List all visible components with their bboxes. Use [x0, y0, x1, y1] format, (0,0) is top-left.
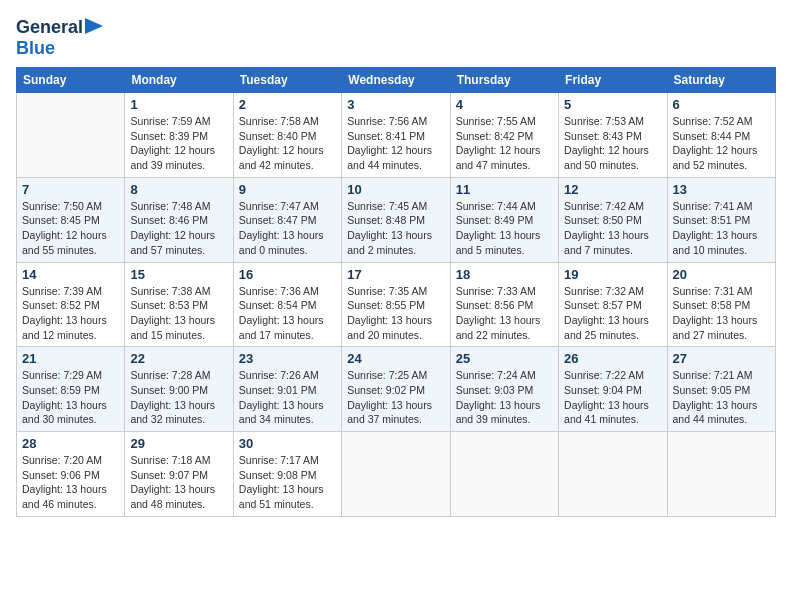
calendar-cell: 27Sunrise: 7:21 AM Sunset: 9:05 PM Dayli…: [667, 347, 775, 432]
day-number: 21: [22, 351, 119, 366]
day-info: Sunrise: 7:45 AM Sunset: 8:48 PM Dayligh…: [347, 199, 444, 258]
calendar-cell: 9Sunrise: 7:47 AM Sunset: 8:47 PM Daylig…: [233, 177, 341, 262]
day-info: Sunrise: 7:21 AM Sunset: 9:05 PM Dayligh…: [673, 368, 770, 427]
day-number: 7: [22, 182, 119, 197]
day-info: Sunrise: 7:17 AM Sunset: 9:08 PM Dayligh…: [239, 453, 336, 512]
day-info: Sunrise: 7:48 AM Sunset: 8:46 PM Dayligh…: [130, 199, 227, 258]
weekday-header-tuesday: Tuesday: [233, 68, 341, 93]
weekday-header-wednesday: Wednesday: [342, 68, 450, 93]
day-info: Sunrise: 7:25 AM Sunset: 9:02 PM Dayligh…: [347, 368, 444, 427]
day-info: Sunrise: 7:58 AM Sunset: 8:40 PM Dayligh…: [239, 114, 336, 173]
day-number: 29: [130, 436, 227, 451]
day-number: 27: [673, 351, 770, 366]
calendar-cell: 4Sunrise: 7:55 AM Sunset: 8:42 PM Daylig…: [450, 93, 558, 178]
calendar-cell: 22Sunrise: 7:28 AM Sunset: 9:00 PM Dayli…: [125, 347, 233, 432]
calendar-cell: 20Sunrise: 7:31 AM Sunset: 8:58 PM Dayli…: [667, 262, 775, 347]
calendar-cell: 3Sunrise: 7:56 AM Sunset: 8:41 PM Daylig…: [342, 93, 450, 178]
day-info: Sunrise: 7:20 AM Sunset: 9:06 PM Dayligh…: [22, 453, 119, 512]
svg-marker-0: [85, 18, 103, 34]
day-number: 12: [564, 182, 661, 197]
day-info: Sunrise: 7:56 AM Sunset: 8:41 PM Dayligh…: [347, 114, 444, 173]
calendar-cell: 24Sunrise: 7:25 AM Sunset: 9:02 PM Dayli…: [342, 347, 450, 432]
calendar-cell: 11Sunrise: 7:44 AM Sunset: 8:49 PM Dayli…: [450, 177, 558, 262]
calendar-cell: 26Sunrise: 7:22 AM Sunset: 9:04 PM Dayli…: [559, 347, 667, 432]
calendar-cell: 8Sunrise: 7:48 AM Sunset: 8:46 PM Daylig…: [125, 177, 233, 262]
calendar-cell: 12Sunrise: 7:42 AM Sunset: 8:50 PM Dayli…: [559, 177, 667, 262]
day-number: 24: [347, 351, 444, 366]
day-info: Sunrise: 7:38 AM Sunset: 8:53 PM Dayligh…: [130, 284, 227, 343]
day-info: Sunrise: 7:52 AM Sunset: 8:44 PM Dayligh…: [673, 114, 770, 173]
day-number: 22: [130, 351, 227, 366]
day-number: 19: [564, 267, 661, 282]
day-info: Sunrise: 7:59 AM Sunset: 8:39 PM Dayligh…: [130, 114, 227, 173]
weekday-header-monday: Monday: [125, 68, 233, 93]
calendar-cell: 7Sunrise: 7:50 AM Sunset: 8:45 PM Daylig…: [17, 177, 125, 262]
calendar-cell: 30Sunrise: 7:17 AM Sunset: 9:08 PM Dayli…: [233, 432, 341, 517]
day-number: 10: [347, 182, 444, 197]
calendar-cell: 1Sunrise: 7:59 AM Sunset: 8:39 PM Daylig…: [125, 93, 233, 178]
calendar-cell: [667, 432, 775, 517]
calendar-cell: [559, 432, 667, 517]
calendar-cell: 23Sunrise: 7:26 AM Sunset: 9:01 PM Dayli…: [233, 347, 341, 432]
logo-arrow-icon: [85, 18, 103, 38]
calendar-table: SundayMondayTuesdayWednesdayThursdayFrid…: [16, 67, 776, 517]
day-info: Sunrise: 7:44 AM Sunset: 8:49 PM Dayligh…: [456, 199, 553, 258]
calendar-cell: [342, 432, 450, 517]
weekday-header-friday: Friday: [559, 68, 667, 93]
calendar-cell: 14Sunrise: 7:39 AM Sunset: 8:52 PM Dayli…: [17, 262, 125, 347]
day-info: Sunrise: 7:31 AM Sunset: 8:58 PM Dayligh…: [673, 284, 770, 343]
day-number: 16: [239, 267, 336, 282]
day-info: Sunrise: 7:29 AM Sunset: 8:59 PM Dayligh…: [22, 368, 119, 427]
day-number: 30: [239, 436, 336, 451]
day-number: 6: [673, 97, 770, 112]
logo-text-general: General: [16, 17, 83, 38]
day-number: 20: [673, 267, 770, 282]
calendar-cell: 29Sunrise: 7:18 AM Sunset: 9:07 PM Dayli…: [125, 432, 233, 517]
day-number: 17: [347, 267, 444, 282]
calendar-cell: 25Sunrise: 7:24 AM Sunset: 9:03 PM Dayli…: [450, 347, 558, 432]
day-info: Sunrise: 7:32 AM Sunset: 8:57 PM Dayligh…: [564, 284, 661, 343]
day-info: Sunrise: 7:42 AM Sunset: 8:50 PM Dayligh…: [564, 199, 661, 258]
day-info: Sunrise: 7:36 AM Sunset: 8:54 PM Dayligh…: [239, 284, 336, 343]
logo: General Blue: [16, 16, 103, 59]
day-info: Sunrise: 7:26 AM Sunset: 9:01 PM Dayligh…: [239, 368, 336, 427]
day-info: Sunrise: 7:41 AM Sunset: 8:51 PM Dayligh…: [673, 199, 770, 258]
day-number: 9: [239, 182, 336, 197]
calendar-cell: 28Sunrise: 7:20 AM Sunset: 9:06 PM Dayli…: [17, 432, 125, 517]
calendar-cell: 2Sunrise: 7:58 AM Sunset: 8:40 PM Daylig…: [233, 93, 341, 178]
calendar-week-row: 21Sunrise: 7:29 AM Sunset: 8:59 PM Dayli…: [17, 347, 776, 432]
weekday-header-sunday: Sunday: [17, 68, 125, 93]
day-number: 14: [22, 267, 119, 282]
calendar-week-row: 1Sunrise: 7:59 AM Sunset: 8:39 PM Daylig…: [17, 93, 776, 178]
day-number: 13: [673, 182, 770, 197]
day-number: 28: [22, 436, 119, 451]
calendar-cell: 17Sunrise: 7:35 AM Sunset: 8:55 PM Dayli…: [342, 262, 450, 347]
day-info: Sunrise: 7:53 AM Sunset: 8:43 PM Dayligh…: [564, 114, 661, 173]
calendar-cell: [450, 432, 558, 517]
calendar-cell: 5Sunrise: 7:53 AM Sunset: 8:43 PM Daylig…: [559, 93, 667, 178]
calendar-cell: 10Sunrise: 7:45 AM Sunset: 8:48 PM Dayli…: [342, 177, 450, 262]
day-info: Sunrise: 7:33 AM Sunset: 8:56 PM Dayligh…: [456, 284, 553, 343]
weekday-header-row: SundayMondayTuesdayWednesdayThursdayFrid…: [17, 68, 776, 93]
day-number: 4: [456, 97, 553, 112]
calendar-cell: 16Sunrise: 7:36 AM Sunset: 8:54 PM Dayli…: [233, 262, 341, 347]
calendar-cell: [17, 93, 125, 178]
header: General Blue: [16, 16, 776, 59]
day-number: 18: [456, 267, 553, 282]
day-info: Sunrise: 7:39 AM Sunset: 8:52 PM Dayligh…: [22, 284, 119, 343]
day-number: 3: [347, 97, 444, 112]
calendar-week-row: 7Sunrise: 7:50 AM Sunset: 8:45 PM Daylig…: [17, 177, 776, 262]
day-number: 5: [564, 97, 661, 112]
day-number: 15: [130, 267, 227, 282]
day-info: Sunrise: 7:47 AM Sunset: 8:47 PM Dayligh…: [239, 199, 336, 258]
logo-text-blue: Blue: [16, 38, 55, 58]
calendar-cell: 19Sunrise: 7:32 AM Sunset: 8:57 PM Dayli…: [559, 262, 667, 347]
day-number: 23: [239, 351, 336, 366]
day-number: 11: [456, 182, 553, 197]
day-info: Sunrise: 7:35 AM Sunset: 8:55 PM Dayligh…: [347, 284, 444, 343]
calendar-cell: 6Sunrise: 7:52 AM Sunset: 8:44 PM Daylig…: [667, 93, 775, 178]
weekday-header-saturday: Saturday: [667, 68, 775, 93]
day-info: Sunrise: 7:18 AM Sunset: 9:07 PM Dayligh…: [130, 453, 227, 512]
day-number: 1: [130, 97, 227, 112]
calendar-cell: 13Sunrise: 7:41 AM Sunset: 8:51 PM Dayli…: [667, 177, 775, 262]
